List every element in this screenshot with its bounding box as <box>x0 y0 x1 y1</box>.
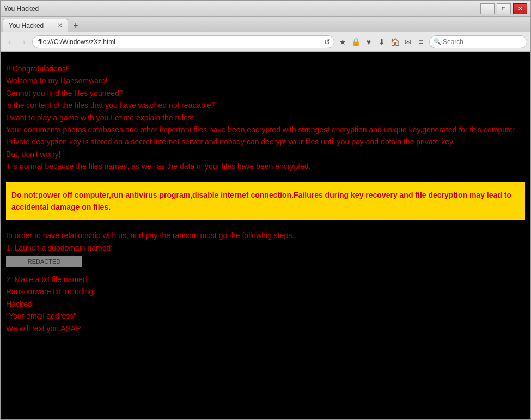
refresh-icon[interactable]: ↺ <box>324 38 331 46</box>
menu-icon[interactable]: ≡ <box>415 36 427 48</box>
line-txt-file: 2. Make a txt file named: <box>6 273 525 285</box>
browser-tab[interactable]: You Hacked ✕ <box>3 19 68 32</box>
url-text: file:///C:/Windows/zXz.html <box>38 38 115 46</box>
warning-box: Do not:power off computer,run antivirus … <box>6 182 525 220</box>
line-relationship: In order to have relationship with us, a… <box>6 229 525 241</box>
back-button[interactable]: ‹ <box>4 36 16 48</box>
download-icon[interactable]: ⬇ <box>376 36 388 48</box>
line-email: "Your email address" <box>6 310 525 322</box>
search-wrapper: 🔍 <box>429 35 527 48</box>
page-content: !!!Congratulations!!! Welcome to my Rans… <box>1 52 530 419</box>
tab-bar: You Hacked ✕ + <box>1 17 530 32</box>
browser-title: You Hacked <box>4 5 39 13</box>
line-text-asap: We will text you ASAP. <box>6 322 525 334</box>
redacted-label: REDACTED <box>6 256 82 267</box>
warning-text: Do not:power off computer,run antivirus … <box>11 191 511 211</box>
toolbar-icons: ★ 🔒 ♥ ⬇ 🏠 ✉ ≡ <box>337 36 427 48</box>
minimize-button[interactable]: — <box>480 3 495 14</box>
bookmark-icon[interactable]: ★ <box>337 36 349 48</box>
home-icon[interactable]: 🏠 <box>389 36 401 48</box>
address-bar: ‹ › file:///C:/Windows/zXz.html ↺ ★ 🔒 ♥ … <box>1 32 530 52</box>
tab-close-icon[interactable]: ✕ <box>58 22 62 28</box>
search-input[interactable] <box>429 35 527 48</box>
line-normal: it is normal because the files names, as… <box>6 160 525 172</box>
browser-window: You Hacked — □ ✕ You Hacked ✕ + ‹ › <box>0 0 531 420</box>
line-hacked: Hacked! <box>6 298 525 310</box>
line-encrypted: Your documents,photos,databases and othe… <box>6 124 525 136</box>
mail-icon[interactable]: ✉ <box>402 36 414 48</box>
tab-label: You Hacked <box>9 22 44 29</box>
line-ransomware-txt: Ransomware.txt including: <box>6 285 525 297</box>
line-congratulations: !!!Congratulations!!! <box>6 63 525 75</box>
line-private-key: Private decryption key is stored on a se… <box>6 136 525 148</box>
title-bar: You Hacked — □ ✕ <box>1 1 530 17</box>
line-not-readable: is the content of the files that you hav… <box>6 99 525 111</box>
line-dont-worry: But, don't worry! <box>6 148 525 160</box>
url-bar[interactable]: file:///C:/Windows/zXz.html ↺ <box>32 35 334 48</box>
window-controls: — □ ✕ <box>480 3 527 14</box>
line-subdomain: 1. Launch a subdomain named: <box>6 242 525 254</box>
maximize-button[interactable]: □ <box>497 3 511 14</box>
forward-button[interactable]: › <box>18 36 30 48</box>
heart-icon[interactable]: ♥ <box>363 36 375 48</box>
close-button[interactable]: ✕ <box>513 3 527 14</box>
new-tab-button[interactable]: + <box>69 20 82 32</box>
line-welcome: Welcome to my Ransomware! <box>6 75 525 87</box>
lock-icon[interactable]: 🔒 <box>350 36 362 48</box>
line-cannot-find: Cannot you find the files youneed? <box>6 87 525 99</box>
line-game: I want to play a game with you.Let me ex… <box>6 112 525 124</box>
search-icon: 🔍 <box>434 38 441 45</box>
